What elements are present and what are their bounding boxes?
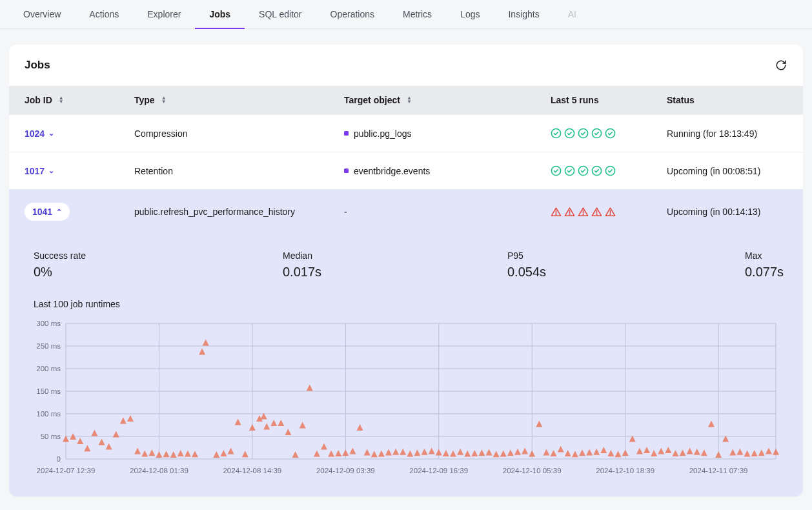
col-target-object[interactable]: Target object▲▼ [344, 95, 551, 105]
stat-max: Max0.077s [745, 250, 784, 280]
job-type: Retention [134, 166, 344, 176]
check-circle-icon [591, 165, 602, 176]
svg-marker-127 [600, 447, 607, 453]
refresh-button[interactable] [775, 59, 787, 72]
svg-marker-104 [436, 449, 442, 456]
table-header: Job ID▲▼Type▲▼Target object▲▼Last 5 runs… [9, 86, 803, 114]
tab-overview[interactable]: Overview [9, 0, 75, 28]
svg-marker-98 [392, 449, 399, 455]
svg-text:200 ms: 200 ms [36, 365, 61, 372]
job-status: Upcoming (in 00:14:13) [667, 207, 787, 217]
svg-marker-147 [744, 451, 751, 457]
check-circle-icon [605, 165, 616, 176]
hypertable-icon [344, 131, 349, 136]
svg-marker-116 [522, 447, 528, 454]
svg-marker-145 [729, 449, 736, 456]
warning-triangle-icon [578, 207, 589, 218]
last-5-runs [551, 207, 667, 218]
svg-marker-74 [228, 447, 234, 454]
target-label: - [344, 207, 347, 217]
svg-text:2024-12-08 01:39: 2024-12-08 01:39 [130, 467, 188, 474]
svg-text:2024-12-09 16:39: 2024-12-09 16:39 [409, 467, 468, 474]
svg-marker-105 [443, 450, 449, 456]
chart-wrap: 050 ms100 ms150 ms200 ms250 ms300 ms2024… [34, 318, 778, 480]
svg-marker-149 [758, 449, 765, 456]
chevron-down-icon: ⌄ [48, 167, 54, 175]
check-circle-icon [551, 128, 562, 139]
svg-marker-136 [665, 447, 671, 453]
tab-ai: AI [554, 0, 591, 28]
svg-point-19 [610, 214, 611, 214]
col-job-id[interactable]: Job ID▲▼ [25, 95, 134, 105]
job-id-toggle[interactable]: 1041⌃ [25, 203, 70, 221]
job-type: public.refresh_pvc_performance_history [134, 207, 344, 217]
table-row: 1024⌄Compressionpublic.pg_logsRunning (f… [9, 114, 803, 152]
svg-marker-97 [385, 449, 392, 456]
svg-marker-126 [593, 449, 600, 455]
svg-marker-71 [203, 339, 209, 345]
svg-text:0: 0 [57, 455, 61, 463]
svg-marker-95 [371, 451, 378, 457]
svg-marker-102 [421, 449, 428, 455]
svg-marker-106 [450, 451, 456, 457]
svg-marker-123 [572, 451, 578, 457]
svg-text:2024-12-10 18:39: 2024-12-10 18:39 [596, 467, 655, 474]
svg-marker-55 [91, 429, 97, 436]
svg-marker-128 [607, 450, 614, 456]
sort-icon[interactable]: ▲▼ [59, 96, 64, 104]
svg-marker-76 [242, 451, 249, 457]
svg-marker-84 [292, 451, 299, 458]
jobs-card: Jobs Job ID▲▼Type▲▼Target object▲▼Last 5… [9, 45, 803, 496]
sort-icon[interactable]: ▲▼ [161, 96, 167, 104]
svg-marker-141 [701, 449, 707, 456]
svg-marker-143 [715, 451, 722, 458]
col-type[interactable]: Type▲▼ [134, 95, 344, 105]
tab-actions[interactable]: Actions [75, 0, 133, 28]
col-status: Status [667, 95, 787, 105]
target-object: eventbridge.events [344, 166, 551, 176]
svg-marker-133 [644, 447, 650, 453]
svg-marker-69 [192, 451, 198, 457]
svg-marker-148 [751, 450, 758, 456]
job-id: 1041 [32, 207, 52, 217]
tab-logs[interactable]: Logs [446, 0, 494, 28]
svg-marker-56 [99, 438, 105, 445]
svg-point-15 [583, 214, 584, 214]
check-circle-icon [578, 128, 589, 139]
svg-marker-108 [464, 451, 471, 457]
sort-icon[interactable]: ▲▼ [407, 96, 412, 104]
svg-marker-142 [708, 420, 715, 427]
svg-marker-121 [558, 446, 564, 453]
stat-value: 0.017s [283, 265, 507, 280]
svg-marker-137 [672, 450, 678, 456]
svg-text:50 ms: 50 ms [41, 433, 61, 440]
svg-text:150 ms: 150 ms [36, 387, 61, 395]
tab-metrics[interactable]: Metrics [389, 0, 446, 28]
svg-marker-129 [615, 451, 622, 457]
tab-explorer[interactable]: Explorer [133, 0, 195, 28]
job-id-toggle[interactable]: 1024⌄ [25, 128, 54, 139]
tab-operations[interactable]: Operations [316, 0, 389, 28]
check-circle-icon [564, 128, 575, 139]
warning-triangle-icon [551, 207, 562, 218]
svg-marker-70 [199, 348, 205, 354]
svg-marker-118 [536, 420, 542, 427]
hypertable-icon [344, 168, 349, 173]
svg-marker-122 [565, 450, 571, 456]
svg-marker-72 [213, 451, 219, 458]
svg-marker-112 [493, 451, 500, 457]
job-id-toggle[interactable]: 1017⌄ [25, 166, 54, 176]
tab-jobs[interactable]: Jobs [195, 0, 245, 28]
tab-insights[interactable]: Insights [494, 0, 553, 28]
svg-marker-103 [429, 447, 435, 454]
tab-sql-editor[interactable]: SQL editor [245, 0, 316, 28]
svg-text:300 ms: 300 ms [36, 320, 61, 327]
svg-marker-130 [622, 449, 629, 456]
svg-marker-64 [156, 451, 162, 458]
svg-marker-151 [773, 449, 779, 455]
svg-marker-99 [400, 449, 406, 455]
svg-marker-83 [285, 429, 291, 435]
last-5-runs [551, 128, 667, 139]
svg-marker-150 [766, 447, 772, 454]
svg-marker-117 [529, 451, 535, 457]
